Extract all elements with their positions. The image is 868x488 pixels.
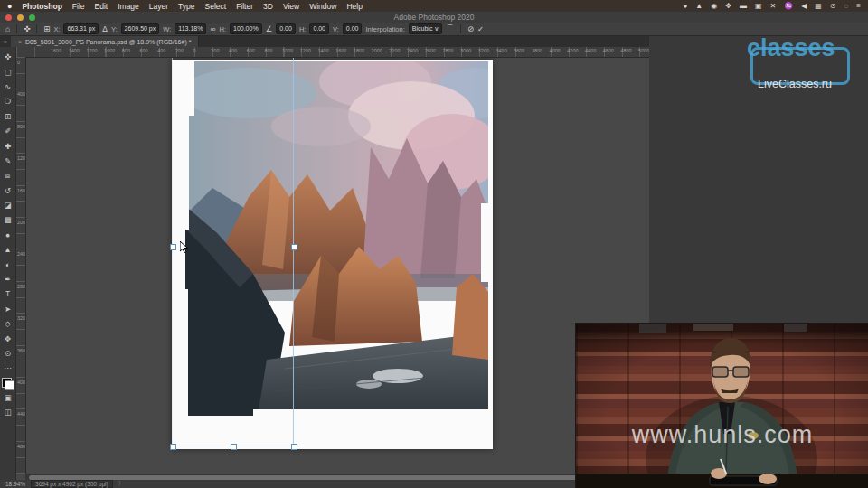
commit-transform-button[interactable]: ✓ [477,24,484,33]
tab-overflow-icon[interactable]: » [0,39,11,47]
home-icon[interactable]: ⌂ [5,24,10,33]
menu-view[interactable]: View [283,2,299,11]
zoom-level[interactable]: 18.94% [5,481,25,487]
menubar-status-icon[interactable]: ◌ [844,2,849,10]
tool-button[interactable]: ⋯ [1,361,15,375]
menubar-status-icon[interactable]: ▦ [815,2,822,10]
move-tool-icon[interactable]: ✜ [24,24,30,33]
vertical-guide[interactable] [293,57,294,449]
relative-position-icon[interactable]: Δ [102,24,108,33]
ruler-label: 2200 [389,48,400,53]
height-scale-field[interactable]: 100.00% [230,23,262,34]
tool-button[interactable]: ➤ [1,302,15,316]
background-color-swatch[interactable] [5,380,14,390]
horizontal-ruler[interactable]: 1600140012001000800600400200020040060080… [16,47,649,58]
tool-button[interactable]: ● [1,228,15,242]
menubar-status-icon[interactable]: ▣ [755,2,762,10]
tool-button[interactable]: ⊞ [1,109,15,124]
tool-button[interactable]: ▲ [1,242,15,257]
transform-handle-bottom-left[interactable] [170,444,176,450]
menubar-status-icon[interactable]: ✥ [725,2,731,10]
menu-photoshop[interactable]: Photoshop [22,2,61,11]
tool-button[interactable]: ∿ [1,80,15,94]
rotate-angle-field[interactable]: 0.00 [276,23,296,34]
tool-button[interactable]: ▩ [1,212,15,227]
transform-handle-bottom-center[interactable] [231,444,237,450]
menubar-status-icon[interactable]: ▲ [695,2,703,10]
cancel-transform-button[interactable]: ⊘ [467,24,474,33]
tool-button[interactable]: ✐ [1,124,15,138]
menu-window[interactable]: Window [309,2,336,11]
ruler-label: 1400 [69,48,80,53]
warp-mode-icon[interactable]: ⌒ [446,23,454,34]
vskew-field[interactable]: 0.00 [343,23,363,34]
menu-3d[interactable]: 3D [263,2,273,11]
ruler-label: 2800 [442,48,453,53]
y-label: Y: [111,25,118,33]
screen-mode-button[interactable]: ◫ [1,405,15,419]
tool-button[interactable]: ✥ [1,331,15,345]
hskew-field[interactable]: 0.00 [309,23,329,34]
status-chevron-icon[interactable]: 〉 [118,480,125,488]
menubar-status-icon[interactable]: ♒ [784,2,793,10]
menu-file[interactable]: File [72,2,85,11]
ruler-label: 1600 [17,188,26,193]
menu-filter[interactable]: Filter [236,2,253,11]
menu-help[interactable]: Help [346,2,362,11]
menubar-status-icon[interactable]: ◉ [711,2,717,10]
vertical-ruler[interactable]: 0400800120016002000240028003200360040004… [16,57,26,474]
tool-button[interactable]: ✒ [1,272,15,286]
ruler-label: 600 [247,48,255,53]
close-tab-icon[interactable]: × [18,39,22,45]
ruler-label: 2800 [17,284,26,289]
document-tab-bar: » × D85_5891_3000_PS Panorama.psd @ 18.9… [0,36,649,47]
tools-panel: ✜▢∿❍⊞✐✚✎⧈↺◪▩●▲◐✒T➤◇✥⊙⋯ ▣ ◫ [0,47,16,480]
tool-button[interactable]: ❍ [1,94,15,108]
menubar-status-icon[interactable]: ▬ [740,2,747,10]
menu-select[interactable]: Select [205,2,227,11]
ruler-label: 4600 [603,48,614,53]
ruler-label: 800 [264,48,272,53]
tool-button[interactable]: T [1,286,15,301]
menubar-status-icon[interactable]: ● [683,2,687,10]
ruler-label: 1200 [86,48,97,53]
ruler-label: 3400 [496,48,507,53]
tool-button[interactable]: ⧈ [1,168,15,183]
interpolation-dropdown[interactable]: Bicubic ∨ [409,23,443,34]
tool-button[interactable]: ✎ [1,154,15,168]
tool-button[interactable]: ✜ [1,50,15,64]
tool-button[interactable]: ↺ [1,183,15,198]
ruler-label: 4000 [17,380,26,385]
transform-handle-bottom-right[interactable] [291,444,297,450]
menu-image[interactable]: Image [118,2,139,11]
transform-left-edge[interactable] [172,57,173,446]
maintain-aspect-icon[interactable]: ∞ [210,24,215,33]
tool-button[interactable]: ◐ [1,257,15,271]
menu-edit[interactable]: Edit [95,2,108,11]
menu-type[interactable]: Type [178,2,194,11]
menubar-status-icon[interactable]: ◀ [801,2,807,10]
apple-menu-icon[interactable]: ● [7,2,12,11]
quick-mask-button[interactable]: ▣ [1,390,15,405]
document-tab[interactable]: × D85_5891_3000_PS Panorama.psd @ 18.9% … [11,36,199,47]
menubar-status-icon[interactable]: ≡ [856,2,861,10]
width-scale-field[interactable]: 113.18% [175,23,206,34]
y-position-field[interactable]: 2609.50 px [121,23,160,34]
color-swatches[interactable] [2,378,14,390]
tool-button[interactable]: ◪ [1,198,15,212]
ruler-label: 0 [193,48,196,53]
tool-button[interactable]: ▢ [1,64,15,79]
tool-button[interactable]: ✚ [1,138,15,153]
menu-layer[interactable]: Layer [149,2,168,11]
panorama-image[interactable] [185,61,488,419]
menubar-status-icon[interactable]: ✕ [769,2,776,10]
ruler-label: 400 [157,48,165,53]
menubar-status-icon[interactable]: ⊙ [830,2,836,10]
hskew-label: H: [299,25,307,33]
x-position-field[interactable]: 663.31 px [63,23,99,34]
transform-handle-left[interactable] [170,244,176,250]
tool-button[interactable]: ◇ [1,316,15,331]
reference-point-icon[interactable]: ⊞ [43,24,50,33]
tool-button[interactable]: ⊙ [1,346,15,361]
transform-handle-right[interactable] [291,244,297,250]
